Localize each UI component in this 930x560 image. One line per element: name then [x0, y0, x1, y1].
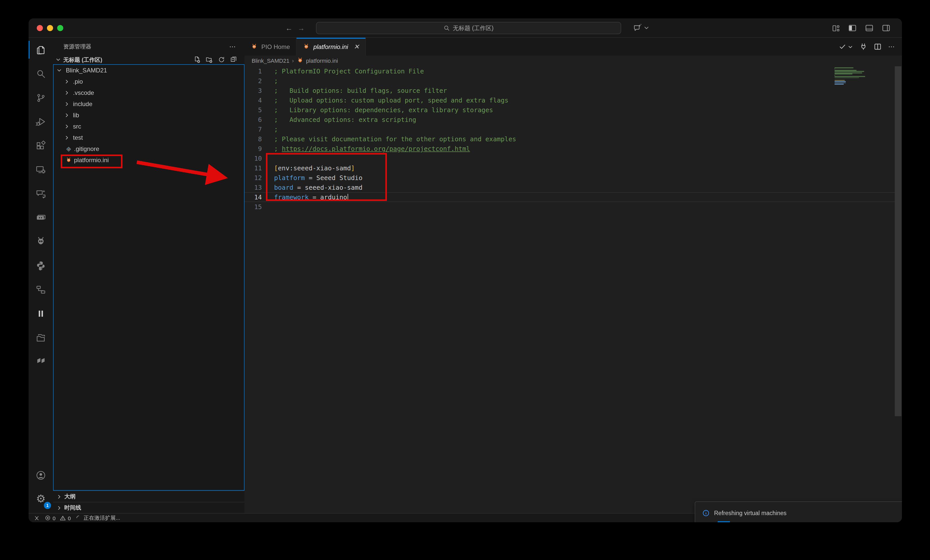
code-line-13[interactable]: 13board = seeed-xiao-samd [245, 183, 902, 192]
toggle-primary-sidebar-icon[interactable] [848, 23, 857, 33]
outline-section[interactable]: 大纲 [53, 491, 245, 502]
tab-platformio-ini[interactable]: platformio.ini ✕ [297, 38, 366, 55]
title-bar: ← → 无标题 (工作区) [29, 18, 902, 38]
code-line-7[interactable]: 7; [245, 124, 902, 134]
serial-plug-icon[interactable] [859, 43, 867, 51]
chevron-down-icon [56, 68, 62, 74]
history-back-icon[interactable]: ← [285, 24, 293, 32]
editor-scrollbar[interactable] [895, 66, 901, 416]
notification-message: Refreshing virtual machines [714, 510, 787, 516]
toggle-panel-icon[interactable] [865, 23, 874, 33]
tree-item-test[interactable]: test [54, 132, 244, 143]
zoom-window-button[interactable] [57, 25, 63, 31]
error-count: 0 [52, 515, 55, 521]
warning-count: 0 [68, 515, 71, 521]
activity-organization-icon[interactable] [29, 278, 53, 301]
activity-flags-icon[interactable] [29, 349, 53, 373]
toggle-secondary-sidebar-icon[interactable] [882, 23, 891, 33]
activity-source-control-icon[interactable] [29, 86, 53, 110]
new-folder-icon[interactable] [206, 56, 213, 63]
close-tab-icon[interactable]: ✕ [354, 43, 359, 51]
code-line-6[interactable]: 6; Advanced options: extra scripting [245, 115, 902, 124]
activity-explorer-icon[interactable] [29, 38, 53, 62]
line-number: 13 [245, 183, 262, 192]
line-number: 2 [245, 76, 262, 86]
tree-item-label: lib [73, 112, 79, 119]
workspace-section-header[interactable]: 无标题 (工作区) [53, 55, 245, 64]
chevron-right-icon [64, 78, 70, 85]
code-line-9[interactable]: 9; https://docs.platformio.org/page/proj… [245, 144, 902, 153]
code-line-14[interactable]: 14framework = arduino [245, 192, 902, 202]
new-file-icon[interactable] [194, 56, 200, 63]
tree-item-label: platformio.ini [74, 156, 109, 164]
tree-item-platformio.ini[interactable]: platformio.ini [54, 155, 244, 166]
collapse-all-icon[interactable] [230, 56, 237, 63]
split-editor-icon[interactable] [874, 43, 882, 51]
explorer-more-actions-icon[interactable]: ⋯ [229, 43, 236, 50]
tree-item-.pio[interactable]: .pio [54, 76, 244, 87]
breadcrumb-folder[interactable]: Blink_SAMD21 [252, 57, 289, 63]
line-number: 12 [245, 173, 262, 183]
code-line-3[interactable]: 3; Build options: build flags, source fi… [245, 86, 902, 95]
activity-folders-library-icon[interactable] [29, 325, 53, 349]
chevron-right-icon [64, 135, 70, 141]
line-number: 10 [245, 153, 262, 163]
code-line-12[interactable]: 12platform = Seeed Studio [245, 173, 902, 183]
tree-item-lib[interactable]: lib [54, 110, 244, 121]
close-window-button[interactable] [37, 25, 43, 31]
tree-item-Blink_SAMD21[interactable]: Blink_SAMD21 [54, 65, 244, 76]
editor-more-actions-icon[interactable]: ⋯ [888, 43, 895, 51]
activity-chat-icon[interactable] [29, 181, 53, 206]
chevron-right-icon [64, 112, 70, 118]
line-number: 4 [245, 95, 262, 105]
code-line-8[interactable]: 8; Please visit documentation for the ot… [245, 134, 902, 144]
tab-label: platformio.ini [313, 43, 348, 50]
activity-extensions-icon[interactable] [29, 133, 53, 158]
line-number: 9 [245, 144, 262, 153]
history-forward-icon[interactable]: → [297, 24, 305, 32]
tree-item-.vscode[interactable]: .vscode [54, 87, 244, 98]
problems-status[interactable]: 0 0 [45, 515, 71, 521]
activity-pause-icon[interactable] [29, 301, 53, 325]
copilot-chat-icon[interactable] [633, 23, 649, 33]
minimap[interactable] [835, 68, 868, 86]
activity-pio-toolbar-icon[interactable] [29, 206, 53, 230]
workspace-section-label: 无标题 (工作区) [63, 56, 192, 63]
code-line-1[interactable]: 1; PlatformIO Project Configuration File [245, 66, 902, 76]
timeline-section[interactable]: 时间线 [53, 502, 245, 513]
error-icon [45, 515, 51, 521]
tree-item-include[interactable]: include [54, 98, 244, 110]
code-line-2[interactable]: 2; [245, 76, 902, 86]
activity-bar: ⚙ 1 [29, 38, 53, 513]
breadcrumb[interactable]: Blink_SAMD21 › platformio.ini [245, 55, 902, 65]
remote-indicator-icon[interactable] [34, 515, 40, 521]
refresh-icon[interactable] [218, 56, 225, 63]
code-line-15[interactable]: 15 [245, 202, 902, 212]
tree-item-.gitignore[interactable]: .gitignore [54, 143, 244, 155]
activity-platformio-icon[interactable] [29, 230, 53, 253]
code-line-10[interactable]: 10 [245, 153, 902, 163]
breadcrumb-file[interactable]: platformio.ini [306, 57, 338, 63]
chevron-down-icon [644, 25, 649, 31]
activity-run-debug-icon[interactable] [29, 110, 53, 133]
chevron-right-icon [64, 90, 70, 96]
customize-layout-icon[interactable] [831, 24, 840, 32]
code-line-11[interactable]: 11[env:seeed-xiao-samd] [245, 163, 902, 173]
activity-search-icon[interactable] [29, 62, 53, 86]
activity-python-icon[interactable] [29, 253, 53, 278]
activating-extensions-status[interactable]: 正在激活扩展... [76, 514, 120, 522]
account-icon[interactable] [29, 463, 53, 487]
code-line-4[interactable]: 4; Upload options: custom upload port, s… [245, 95, 902, 105]
explorer-sidebar: 资源管理器 ⋯ 无标题 (工作区) Blink_SAMD21.pio.vscod… [53, 38, 245, 513]
command-center-search[interactable]: 无标题 (工作区) [316, 22, 621, 34]
code-line-5[interactable]: 5; Library options: dependencies, extra … [245, 105, 902, 115]
search-icon [443, 25, 450, 31]
minimize-window-button[interactable] [47, 25, 53, 31]
code-editor[interactable]: 1; PlatformIO Project Configuration File… [245, 65, 902, 513]
file-tree: Blink_SAMD21.pio.vscodeincludelibsrctest… [53, 64, 245, 491]
tree-item-src[interactable]: src [54, 121, 244, 132]
activity-remote-explorer-icon[interactable] [29, 158, 53, 181]
tab-pio-home[interactable]: PIO Home [245, 38, 297, 55]
settings-gear-icon[interactable]: ⚙ 1 [29, 487, 53, 511]
run-check-icon[interactable] [839, 43, 853, 51]
